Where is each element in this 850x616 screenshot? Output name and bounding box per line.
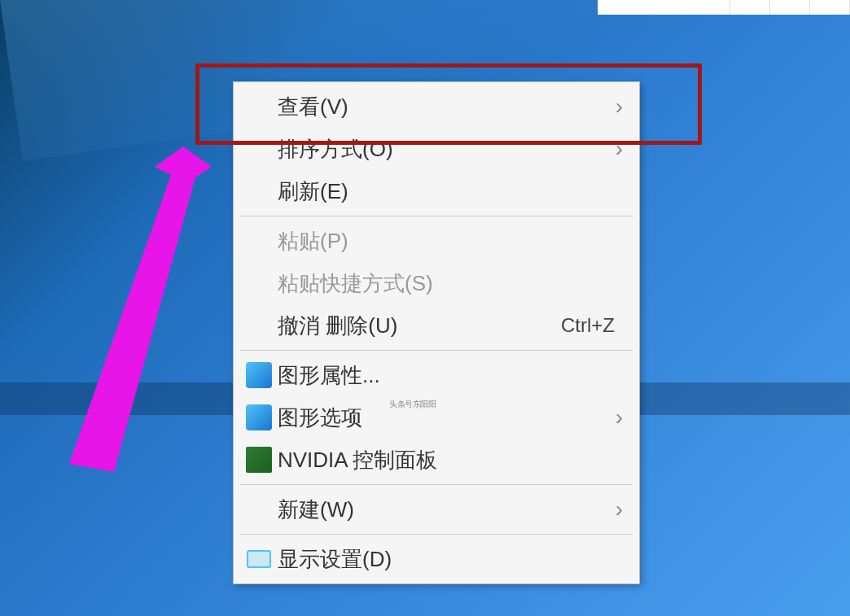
menu-item-display-settings[interactable]: 显示设置(D) — [234, 538, 639, 580]
menu-separator — [240, 484, 633, 485]
menu-icon-placeholder — [240, 269, 278, 298]
intel-icon — [240, 360, 278, 390]
menu-item-refresh[interactable]: 刷新(E) — [234, 170, 639, 212]
annotation-highlight-box — [195, 63, 702, 145]
menu-item-paste-shortcut: 粘贴快捷方式(S) — [234, 262, 639, 304]
menu-label: 粘贴快捷方式(S) — [278, 269, 623, 298]
menu-label: 刷新(E) — [278, 177, 623, 206]
menu-shortcut: Ctrl+Z — [561, 314, 615, 337]
menu-item-paste: 粘贴(P) — [234, 220, 639, 262]
watermark-text: 头条号东阳阳 — [389, 399, 436, 410]
menu-icon-placeholder — [240, 311, 278, 340]
menu-label: 粘贴(P) — [278, 227, 623, 256]
nvidia-icon — [240, 445, 278, 474]
menu-label: 撤消 删除(U) — [278, 312, 561, 340]
menu-item-graphics-properties[interactable]: 图形属性... — [234, 354, 639, 396]
chevron-right-icon: › — [616, 404, 623, 430]
menu-label: NVIDIA 控制面板 — [278, 446, 623, 474]
menu-separator — [240, 216, 633, 216]
menu-label: 图形选项 — [278, 404, 616, 432]
menu-item-nvidia-control-panel[interactable]: NVIDIA 控制面板 — [234, 439, 639, 481]
menu-icon-placeholder — [240, 177, 278, 206]
svg-marker-1 — [69, 146, 212, 472]
menu-label: 显示设置(D) — [278, 545, 623, 574]
intel-icon — [240, 403, 278, 432]
chevron-right-icon: › — [616, 496, 623, 522]
menu-item-graphics-options[interactable]: 图形选项 › — [234, 396, 639, 439]
menu-icon-placeholder — [240, 226, 278, 256]
desktop-context-menu: 查看(V) › 排序方式(O) › 刷新(E) 粘贴(P) 粘贴快捷方式(S) … — [233, 81, 640, 584]
top-window-fragment — [598, 0, 850, 15]
menu-icon-placeholder — [240, 495, 278, 524]
annotation-arrow — [57, 138, 220, 488]
menu-item-undo-delete[interactable]: 撤消 删除(U) Ctrl+Z — [234, 304, 639, 347]
menu-label: 新建(W) — [278, 496, 616, 524]
menu-label: 图形属性... — [278, 361, 623, 390]
menu-item-new[interactable]: 新建(W) › — [234, 488, 639, 531]
display-settings-icon — [240, 544, 278, 574]
menu-separator — [240, 350, 633, 351]
menu-separator — [240, 534, 633, 535]
